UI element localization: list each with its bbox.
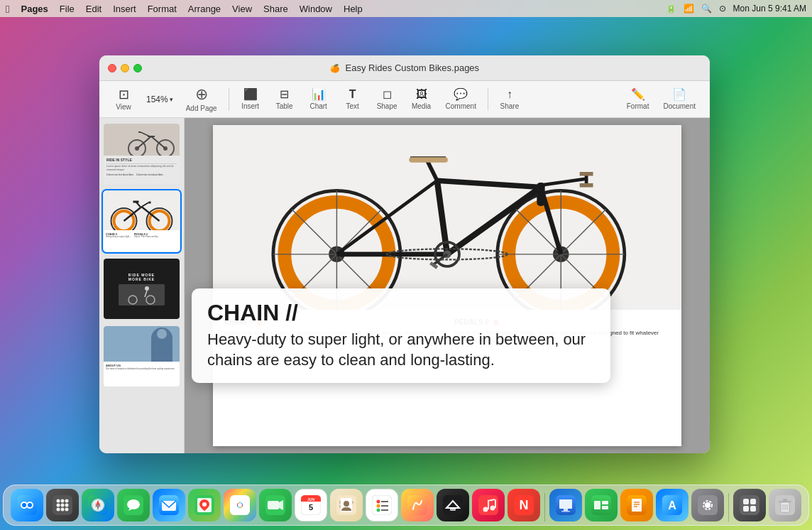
text-button[interactable]: T Text: [337, 86, 368, 113]
svg-rect-128: [407, 495, 427, 515]
page-2-wrapper: 2: [104, 191, 180, 252]
shape-label: Shape: [377, 102, 397, 110]
comment-icon: 💬: [454, 89, 468, 100]
svg-rect-159: [750, 499, 756, 504]
svg-rect-165: [783, 499, 787, 501]
svg-text:N: N: [520, 498, 529, 512]
svg-rect-108: [268, 501, 279, 509]
dock-music[interactable]: [472, 489, 505, 521]
svg-point-117: [344, 501, 349, 507]
menu-help[interactable]: Help: [338, 2, 368, 16]
dock-divider: [544, 493, 545, 521]
control-center-icon[interactable]: ⊙: [719, 4, 726, 13]
chain-tooltip: CHAIN // Heavy-duty to super light, or a…: [192, 288, 610, 383]
close-button[interactable]: [108, 64, 116, 72]
menu-pages[interactable]: Pages: [15, 2, 53, 16]
svg-rect-119: [339, 505, 341, 508]
svg-text:A: A: [668, 499, 676, 512]
table-button[interactable]: ⊟ Table: [269, 86, 300, 113]
shape-button[interactable]: ◻ Shape: [371, 86, 403, 113]
dock-systemprefs[interactable]: [691, 489, 724, 521]
minimize-button[interactable]: [121, 64, 129, 72]
dock-maps[interactable]: [188, 489, 221, 521]
menu-share[interactable]: Share: [258, 2, 294, 16]
svg-point-77: [61, 504, 65, 507]
dock-appstore[interactable]: A: [656, 489, 688, 521]
menu-view[interactable]: View: [226, 2, 258, 16]
view-button[interactable]: ⊡ View: [108, 85, 139, 114]
svg-rect-135: [495, 499, 496, 508]
menu-file[interactable]: File: [54, 2, 80, 16]
format-label: Format: [627, 102, 649, 110]
traffic-lights: [108, 64, 142, 72]
menu-bar:  Pages File Edit Insert Format Arrange …: [0, 0, 812, 17]
dock-reminders[interactable]: [366, 489, 398, 521]
page-4-thumbnail[interactable]: ABOUT US Our team of experts is dedicate…: [104, 326, 180, 386]
page-1-thumbnail[interactable]: RIDE IN STYLE Lorem ipsum dolor sit amet…: [104, 124, 180, 184]
dock-trash[interactable]: [769, 489, 801, 521]
page-4-wrapper: 4 ABOUT US Our team of experts is dedic: [104, 326, 180, 386]
dock-contacts[interactable]: [330, 489, 363, 521]
page-4-number: 4: [99, 353, 101, 360]
menu-insert[interactable]: Insert: [107, 2, 142, 16]
page-3-wrapper: 3 RIDE MOREMORE BIKE: [104, 259, 180, 319]
toolbar-divider-1: [229, 88, 229, 111]
svg-text:JUN: JUN: [307, 497, 314, 502]
format-button[interactable]: ✏️ Format: [621, 86, 655, 113]
text-icon: T: [349, 89, 356, 100]
menu-window[interactable]: Window: [294, 2, 338, 16]
svg-point-123: [377, 504, 380, 508]
svg-point-96: [202, 502, 207, 507]
dock-safari[interactable]: [82, 489, 114, 521]
main-content[interactable]: CHAIN // Heavy-duty to super light, or a…: [185, 118, 710, 453]
page-1-wrapper: 1: [104, 124, 180, 184]
dock-pages[interactable]: [620, 489, 653, 521]
svg-rect-142: [561, 511, 570, 512]
document-icon: 📄: [672, 89, 686, 100]
zoom-button[interactable]: [133, 64, 142, 72]
comment-button[interactable]: 💬 Comment: [440, 86, 482, 113]
tooltip-title: CHAIN //: [207, 301, 595, 324]
wifi-icon: 📶: [684, 4, 694, 13]
toolbar-divider-2: [488, 88, 488, 111]
svg-point-155: [705, 502, 710, 508]
search-icon[interactable]: 🔍: [701, 4, 712, 13]
bike-image-area[interactable]: [213, 125, 681, 310]
page-2-thumbnail[interactable]: CHAIN // Heavy-duty to super light... PE…: [104, 191, 180, 252]
dock-controlcenter[interactable]: [733, 489, 766, 521]
dock-calendar[interactable]: JUN 5: [295, 489, 327, 521]
menu-edit[interactable]: Edit: [80, 2, 107, 16]
document-button[interactable]: 📄 Document: [657, 86, 701, 113]
dock-appletv[interactable]: [437, 489, 469, 521]
svg-rect-146: [602, 506, 608, 509]
share-button[interactable]: ↑ Share: [494, 86, 525, 113]
menu-arrange[interactable]: Arrange: [182, 2, 226, 16]
chart-button[interactable]: 📊 Chart: [303, 86, 334, 113]
table-label: Table: [276, 102, 293, 110]
page-3-thumbnail[interactable]: RIDE MOREMORE BIKE: [104, 259, 180, 319]
dock-facetime[interactable]: [259, 489, 292, 521]
dock-numbers[interactable]: [585, 489, 618, 521]
share-icon: ↑: [507, 89, 512, 100]
dock-photos[interactable]: [224, 489, 256, 521]
dock-news[interactable]: N: [508, 489, 540, 521]
apple-menu-icon[interactable]: : [6, 3, 9, 15]
page-2-number: 2: [99, 218, 101, 225]
media-button[interactable]: 🖼 Media: [406, 86, 437, 113]
page-3-number: 3: [99, 286, 101, 293]
zoom-control[interactable]: 154% ▾: [142, 92, 177, 107]
svg-rect-140: [559, 499, 572, 509]
dock-freeform[interactable]: [401, 489, 434, 521]
dock-finder[interactable]: [11, 489, 43, 521]
insert-button[interactable]: ⬛ Insert: [235, 86, 266, 113]
add-page-button[interactable]: ⊕ Add Page: [180, 84, 223, 115]
svg-rect-158: [743, 499, 749, 504]
window-title: 🍊 Easy Rides Custom Bikes.pages: [330, 63, 479, 73]
dock-launchpad[interactable]: [46, 489, 79, 521]
menu-format[interactable]: Format: [142, 2, 182, 16]
dock-mail[interactable]: [153, 489, 185, 521]
battery-icon: 🔋: [666, 4, 676, 13]
dock-keynote[interactable]: [549, 489, 582, 521]
dock-messages[interactable]: [117, 489, 150, 521]
svg-rect-157: [740, 495, 759, 515]
